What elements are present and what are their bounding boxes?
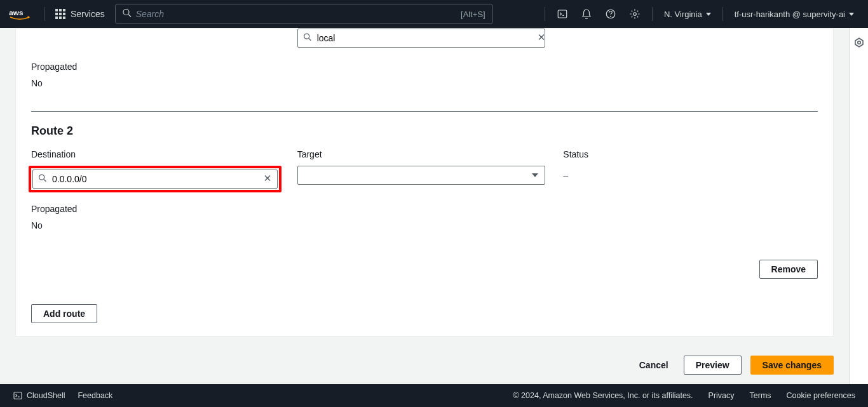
search-icon [121,8,133,21]
services-menu-button[interactable]: Services [50,5,110,23]
account-menu[interactable]: tf-usr-harikanth @ supervity-ai [728,6,860,23]
svg-text:aws: aws [9,8,23,17]
region-label: N. Virginia [664,10,702,19]
divider [545,7,545,21]
aws-logo[interactable]: aws [8,8,39,20]
region-selector[interactable]: N. Virginia [658,6,717,23]
svg-point-6 [611,16,611,17]
svg-point-7 [634,13,637,16]
caret-down-icon [849,13,854,16]
divider [652,7,653,21]
search-input[interactable] [115,4,493,24]
search-shortcut-hint: [Alt+S] [461,10,485,19]
help-icon[interactable] [599,4,623,23]
notifications-icon[interactable] [574,4,599,23]
divider [722,7,723,21]
settings-icon[interactable] [623,4,647,23]
global-search: [Alt+S] [115,4,493,24]
caret-down-icon [706,13,711,16]
svg-point-1 [123,10,129,15]
svg-line-2 [128,15,131,17]
svg-rect-3 [558,10,567,18]
divider [44,7,45,21]
user-label: tf-usr-harikanth @ supervity-ai [735,10,845,19]
grid-icon [55,9,65,19]
services-label: Services [71,9,105,19]
aws-top-nav: aws Services [Alt+S] N. Virginia [0,0,868,28]
cloudshell-icon[interactable] [550,4,574,23]
